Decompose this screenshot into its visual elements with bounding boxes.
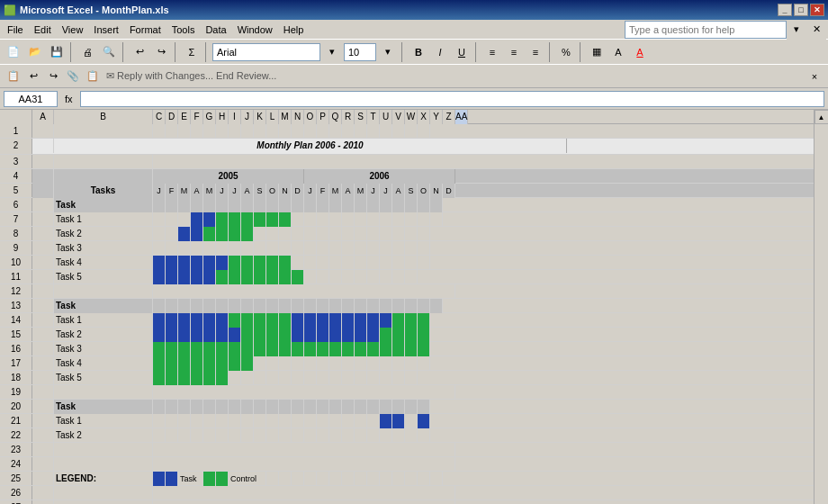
menu-data[interactable]: Data — [200, 22, 231, 37]
col-header-o[interactable]: O — [304, 110, 317, 124]
percent-button[interactable]: % — [556, 42, 576, 62]
window-controls[interactable]: _ □ ✕ — [778, 4, 824, 16]
fill-color-button[interactable]: A — [608, 42, 628, 62]
font-name-input[interactable] — [212, 43, 320, 61]
sheet-body: 1 2 Monthly Plan 2006 - 201 — [0, 124, 814, 504]
menu-window[interactable]: Window — [232, 22, 278, 37]
underline-button[interactable]: U — [452, 42, 472, 62]
window-title: Microsoft Excel - MonthPlan.xls — [20, 4, 169, 15]
cell-a1[interactable] — [32, 124, 54, 139]
row-num-19: 19 — [0, 385, 32, 399]
font-size-arrow[interactable]: ▾ — [378, 42, 398, 62]
menu-file[interactable]: File — [2, 22, 29, 37]
border-button[interactable]: ▦ — [587, 42, 607, 62]
col-header-l[interactable]: L — [266, 110, 279, 124]
col-header-d[interactable]: D — [166, 110, 178, 124]
col-header-f[interactable]: F — [191, 110, 203, 124]
cell-reference-input[interactable] — [4, 91, 58, 107]
menu-edit[interactable]: Edit — [29, 22, 57, 37]
tb2-btn2[interactable]: ↩ — [23, 67, 43, 86]
menu-help[interactable]: Help — [278, 22, 310, 37]
table-row: 23 — [0, 443, 814, 457]
italic-button[interactable]: I — [430, 42, 450, 62]
table-row: 22 Task 2 — [0, 428, 814, 443]
menu-close-btn[interactable]: ✕ — [806, 20, 826, 40]
task2-5-label: Task 5 — [54, 371, 153, 385]
table-row: 9 Task 3 — [0, 241, 814, 256]
menu-view[interactable]: View — [57, 22, 89, 37]
col-header-k[interactable]: K — [254, 110, 266, 124]
scroll-up-arrow[interactable]: ▲ — [814, 110, 829, 124]
row-num-14: 14 — [0, 313, 32, 327]
col-header-h[interactable]: H — [216, 110, 229, 124]
col-header-z[interactable]: Z — [443, 110, 455, 124]
undo-button[interactable]: ↩ — [130, 42, 149, 62]
col-header-x[interactable]: X — [418, 110, 430, 124]
cell-c1[interactable] — [153, 124, 166, 139]
col-header-n[interactable]: N — [292, 110, 304, 124]
row-num-4: 4 — [0, 169, 32, 183]
menu-format[interactable]: Format — [124, 22, 166, 37]
col-header-s[interactable]: S — [355, 110, 367, 124]
col-header-g[interactable]: G — [203, 110, 216, 124]
col-header-m[interactable]: M — [279, 110, 292, 124]
sheet-title: Monthly Plan 2006 - 2010 — [54, 139, 567, 153]
cell-a6[interactable] — [32, 198, 54, 212]
font-size-input[interactable] — [344, 43, 376, 61]
table-row: 21 Task 1 — [0, 414, 814, 428]
col-header-q[interactable]: Q — [329, 110, 342, 124]
close-button[interactable]: ✕ — [810, 4, 824, 16]
year-2006-header: 2006 — [304, 169, 455, 184]
font-color-button[interactable]: A — [630, 42, 650, 62]
cell-a2[interactable] — [32, 139, 54, 153]
col-header-y[interactable]: Y — [430, 110, 443, 124]
col-header-u[interactable]: U — [380, 110, 392, 124]
col-header-r[interactable]: R — [342, 110, 355, 124]
col-header-aa[interactable]: AA — [455, 110, 468, 124]
menu-insert[interactable]: Insert — [88, 22, 124, 37]
row-num-16: 16 — [0, 342, 32, 356]
col-header-e[interactable]: E — [178, 110, 191, 124]
cell-b1[interactable] — [54, 124, 153, 139]
open-button[interactable]: 📂 — [25, 42, 45, 62]
tb2-btn5[interactable]: 📋 — [83, 67, 103, 86]
vertical-scrollbar[interactable]: ▲ ▼ — [814, 110, 828, 504]
save-button[interactable]: 💾 — [47, 42, 67, 62]
table-row: 5 Tasks J F M A M J J A S O N D J F M — [0, 184, 814, 198]
align-center-button[interactable]: ≡ — [504, 42, 524, 62]
col-header-a[interactable]: A — [32, 110, 54, 124]
question-arrow[interactable]: ▾ — [787, 20, 806, 40]
col-header-i[interactable]: I — [229, 110, 241, 124]
tb2-btn3[interactable]: ↪ — [43, 67, 63, 86]
toolbar-review: 📋 ↩ ↪ 📎 📋 ✉ Reply with Changes... End Re… — [0, 65, 828, 88]
table-row: 27 — [0, 500, 814, 504]
col-header-w[interactable]: W — [405, 110, 418, 124]
menu-bar: File Edit View Insert Format Tools Data … — [0, 20, 828, 40]
table-row: 6 Task — [0, 198, 814, 212]
minimize-button[interactable]: _ — [778, 4, 792, 16]
sum-button[interactable]: Σ — [182, 42, 202, 62]
col-header-c[interactable]: C — [153, 110, 166, 124]
col-header-b[interactable]: B — [54, 110, 153, 124]
task1-2-label: Task 2 — [54, 227, 153, 241]
align-left-button[interactable]: ≡ — [482, 42, 502, 62]
col-header-j[interactable]: J — [241, 110, 254, 124]
preview-button[interactable]: 🔍 — [99, 42, 119, 62]
align-right-button[interactable]: ≡ — [526, 42, 545, 62]
col-header-t[interactable]: T — [367, 110, 380, 124]
new-button[interactable]: 📄 — [4, 42, 23, 62]
question-input[interactable] — [625, 21, 787, 39]
col-header-v[interactable]: V — [392, 110, 405, 124]
maximize-button[interactable]: □ — [794, 4, 808, 16]
formula-input[interactable] — [80, 91, 824, 107]
font-name-arrow[interactable]: ▾ — [322, 42, 342, 62]
menu-tools[interactable]: Tools — [166, 22, 201, 37]
print-button[interactable]: 🖨 — [77, 42, 97, 62]
col-header-p[interactable]: P — [317, 110, 329, 124]
redo-button[interactable]: ↪ — [151, 42, 171, 62]
task3-1-label: Task 1 — [54, 414, 153, 428]
tb2-btn4[interactable]: 📎 — [63, 67, 83, 86]
review-close[interactable]: × — [805, 67, 824, 86]
bold-button[interactable]: B — [409, 42, 428, 62]
tb2-btn1[interactable]: 📋 — [4, 67, 23, 86]
